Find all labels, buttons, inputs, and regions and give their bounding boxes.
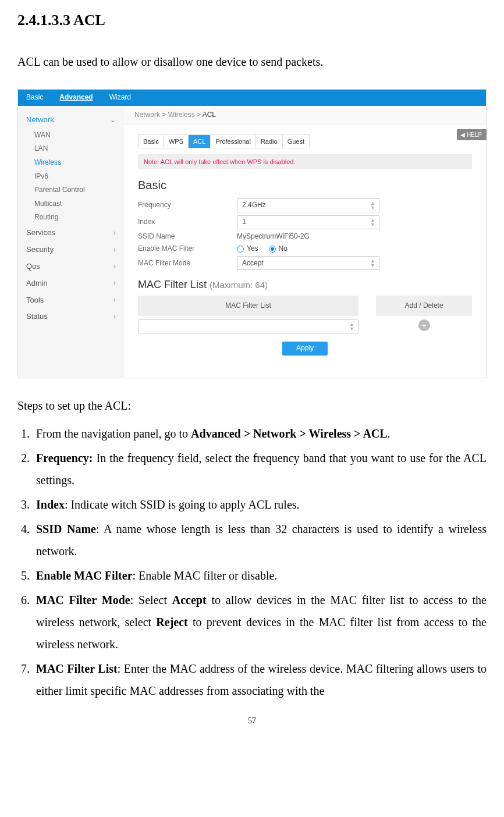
chevron-right-icon: › <box>113 229 116 238</box>
updown-icon: ▴▾ <box>350 322 353 331</box>
sidebar-security[interactable]: Security› <box>18 241 124 258</box>
step-1-text: From the navigation panel, go to <box>36 427 191 440</box>
label-mac-mode: MAC Filter Mode <box>138 259 237 268</box>
itab-professional[interactable]: Professional <box>211 135 256 148</box>
step-6-bold3: Reject <box>156 616 187 628</box>
sidebar-services-label: Services <box>26 228 55 238</box>
step-3: Index: Indicate witch SSID is going to a… <box>33 493 487 516</box>
select-index[interactable]: 1 ▴▾ <box>237 215 379 229</box>
tab-basic[interactable]: Basic <box>26 93 43 102</box>
router-ui-screenshot: Basic Advanced Wizard Network ⌄ WAN LAN … <box>17 89 487 378</box>
select-mac-mode[interactable]: Accept ▴▾ <box>237 256 379 270</box>
step-7: MAC Filter List: Enter the MAC address o… <box>33 658 487 702</box>
steps-intro: Steps to set up the ACL: <box>17 395 487 417</box>
inner-tabs: Basic WPS ACL Professional Radio Guest <box>138 134 310 148</box>
page-number: 57 <box>17 713 487 729</box>
label-index: Index <box>138 218 237 227</box>
mac-filter-title-text: MAC Filter List <box>138 279 210 290</box>
step-6: MAC Filter Mode: Select Accept to allow … <box>33 589 487 655</box>
label-ssid: SSID Name <box>138 232 237 241</box>
radio-yes[interactable]: Yes <box>237 244 258 254</box>
radio-yes-label: Yes <box>247 244 258 254</box>
updown-icon: ▴▾ <box>371 258 374 268</box>
label-frequency: Frequency <box>138 201 237 210</box>
sidebar-status-label: Status <box>26 312 48 322</box>
step-5: Enable MAC Filter: Enable MAC filter or … <box>33 564 487 587</box>
add-button[interactable]: + <box>418 319 430 331</box>
radio-no-label: No <box>279 244 288 254</box>
step-4: SSID Name: A name whose length is less t… <box>33 518 487 562</box>
select-frequency[interactable]: 2.4GHz ▴▾ <box>237 198 379 212</box>
radio-icon <box>269 246 276 253</box>
itab-guest[interactable]: Guest <box>283 135 309 148</box>
sidebar-admin[interactable]: Admin› <box>18 275 124 292</box>
step-7-bold: MAC Filter List <box>36 662 118 675</box>
radio-no[interactable]: No <box>269 244 288 254</box>
itab-acl[interactable]: ACL <box>189 135 211 148</box>
step-4-text: : A name whose length is less than 32 ch… <box>36 523 487 557</box>
step-5-bold: Enable MAC Filter <box>36 569 133 582</box>
select-index-value: 1 <box>242 218 246 227</box>
select-mac-mode-value: Accept <box>242 259 264 268</box>
top-tab-bar: Basic Advanced Wizard <box>18 90 486 106</box>
tab-advanced[interactable]: Advanced <box>59 93 93 102</box>
note-bar: Note: ACL will only take effect when WPS… <box>138 154 472 169</box>
content-area: Network > Wireless > ACL ◀ HELP Basic WP… <box>124 106 486 378</box>
sidebar-lan[interactable]: LAN <box>18 142 124 156</box>
steps-list: From the navigation panel, go to Advance… <box>17 422 487 702</box>
updown-icon: ▴▾ <box>371 201 374 210</box>
itab-wps[interactable]: WPS <box>164 135 189 148</box>
chevron-down-icon: ⌄ <box>110 116 116 125</box>
step-6-bold1: MAC Filter Mode <box>36 594 130 606</box>
sidebar-security-label: Security <box>26 245 54 255</box>
step-5-text: : Enable MAC filter or disable. <box>133 569 278 582</box>
sidebar-routing[interactable]: Routing <box>18 211 124 225</box>
itab-basic[interactable]: Basic <box>139 135 164 148</box>
mac-filter-col1: MAC Filter List <box>138 296 359 317</box>
step-6-bold2: Accept <box>172 594 207 606</box>
step-6-text1: : Select <box>130 594 172 606</box>
step-4-bold: SSID Name <box>36 523 96 535</box>
step-2-bold: Frequency: <box>36 452 93 464</box>
step-1-end: . <box>388 427 391 440</box>
plus-icon: + <box>421 320 426 331</box>
mac-filter-title-suffix: (Maximum: 64) <box>210 280 268 290</box>
mac-filter-title: MAC Filter List (Maximum: 64) <box>138 278 472 292</box>
sidebar-network-label: Network <box>26 115 54 125</box>
sidebar-ipv6[interactable]: IPv6 <box>18 170 124 184</box>
sidebar-tools-label: Tools <box>26 296 44 306</box>
select-frequency-value: 2.4GHz <box>242 201 266 210</box>
sidebar-parental[interactable]: Parental Control <box>18 183 124 197</box>
sidebar-network[interactable]: Network ⌄ <box>18 112 124 129</box>
ssid-value: MySpectrumWiFi50-2G <box>237 232 310 241</box>
sidebar-qos[interactable]: Qos› <box>18 258 124 275</box>
itab-radio[interactable]: Radio <box>256 135 283 148</box>
sidebar-qos-label: Qos <box>26 262 40 272</box>
updown-icon: ▴▾ <box>371 218 374 227</box>
sidebar-tools[interactable]: Tools› <box>18 292 124 309</box>
sidebar-services[interactable]: Services› <box>18 225 124 241</box>
breadcrumb-current: ACL <box>203 111 216 119</box>
sidebar-admin-label: Admin <box>26 279 48 289</box>
mac-filter-select[interactable]: ▴▾ <box>138 319 359 333</box>
sidebar-status[interactable]: Status› <box>18 308 124 325</box>
label-enable-mac: Enable MAC Filter <box>138 244 237 254</box>
sidebar: Network ⌄ WAN LAN Wireless IPv6 Parental… <box>18 106 124 378</box>
apply-button[interactable]: Apply <box>282 342 328 356</box>
chevron-right-icon: › <box>113 296 116 305</box>
chevron-right-icon: › <box>113 246 116 255</box>
section-heading: 2.4.1.3.3 ACL <box>17 6 487 34</box>
tab-wizard[interactable]: Wizard <box>109 93 131 102</box>
chevron-right-icon: › <box>113 262 116 271</box>
sidebar-wireless[interactable]: Wireless <box>18 156 124 170</box>
chevron-right-icon: › <box>113 279 116 288</box>
step-2: Frequency: In the frequency field, selec… <box>33 447 487 491</box>
step-1: From the navigation panel, go to Advance… <box>33 422 487 445</box>
breadcrumb: Network > Wireless > ACL <box>124 106 486 125</box>
step-3-text: : Indicate witch SSID is going to apply … <box>65 498 300 511</box>
intro-paragraph: ACL can be used to allow or disallow one… <box>17 51 487 73</box>
sidebar-wan[interactable]: WAN <box>18 129 124 143</box>
sidebar-multicast[interactable]: Multicast <box>18 197 124 211</box>
step-3-bold: Index <box>36 498 65 511</box>
mac-filter-col2: Add / Delete <box>376 296 472 317</box>
